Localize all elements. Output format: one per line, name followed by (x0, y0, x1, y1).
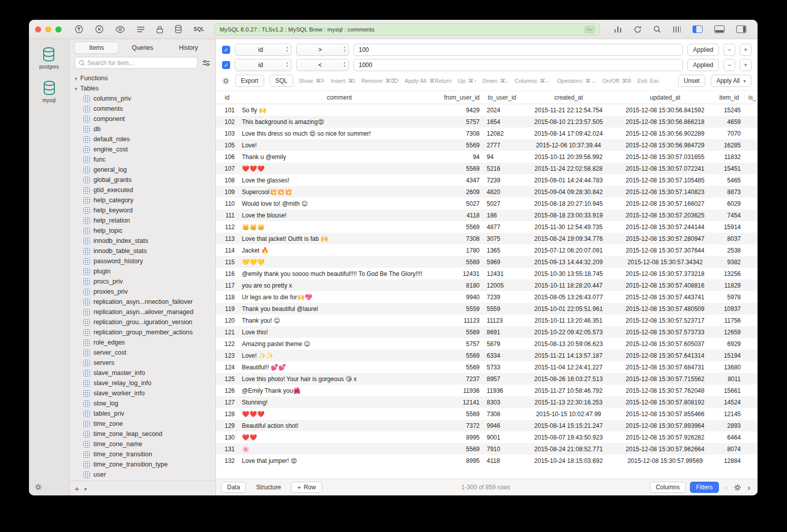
table-cell[interactable]: 4347 (440, 177, 483, 184)
table-cell[interactable]: 5733 (483, 364, 521, 371)
sidebar-table-item[interactable]: replication_asyn...nnection_failover (70, 297, 215, 307)
sidebar-table-item[interactable]: tables_priv (70, 409, 215, 419)
table-cell[interactable]: 5569 (440, 352, 483, 359)
table-cell[interactable]: 9946 (483, 422, 521, 429)
table-cell[interactable]: This background is amazing😍 (238, 118, 440, 126)
sidebar-table-item[interactable]: innodb_table_stats (70, 246, 215, 256)
table-cell[interactable]: 106 (216, 153, 238, 161)
tree-node-tables[interactable]: Tables (70, 83, 215, 93)
table-cell[interactable]: 127 (216, 399, 238, 406)
table-row[interactable]: 115💛💛💛556959692015-09-13 14:44:32.209201… (216, 256, 758, 268)
table-row[interactable]: 122Amazing pastel theme 😊575758792015-08… (216, 338, 758, 350)
table-cell[interactable]: 2015-08-18 20:27:10.945 (521, 200, 616, 207)
table-cell[interactable]: 2015-12-08 15:30:57.99569 (616, 457, 714, 464)
table-row[interactable]: 123Love! ✨✨556963342015-11-21 14:13:57.1… (216, 350, 758, 361)
column-header-from_user_id[interactable]: from_user_id (440, 94, 483, 101)
table-cell[interactable]: 5569 (440, 142, 483, 149)
table-cell[interactable]: 2015-12-08 15:30:57.605037 (616, 340, 714, 348)
columns-layout-icon[interactable] (673, 26, 681, 33)
table-cell[interactable]: 5559 (440, 305, 483, 312)
close-window-button[interactable] (35, 26, 41, 33)
table-cell[interactable]: 11829 (714, 282, 744, 289)
table-cell[interactable]: ❤️❤️ (238, 434, 440, 441)
apply-all-button[interactable]: Apply All (711, 75, 751, 87)
table-cell[interactable]: 119 (216, 305, 238, 312)
tab-items[interactable]: Items (75, 42, 118, 53)
table-cell[interactable]: 108 (216, 177, 238, 184)
table-cell[interactable]: 2015-10-11 18:28:20.447 (521, 282, 616, 289)
table-cell[interactable]: 9940 (440, 294, 483, 301)
table-cell[interactable]: 5465 (714, 177, 744, 184)
export-button[interactable]: Export (235, 75, 264, 87)
table-cell[interactable]: 10937 (714, 305, 744, 312)
table-cell[interactable]: 7237 (440, 375, 483, 383)
table-cell[interactable]: 2015-10-24 18:15:03.692 (521, 457, 616, 464)
table-cell[interactable]: 2015-12-08 15:30:57.34342 (616, 259, 714, 266)
sidebar-table-item[interactable]: role_edges (70, 337, 215, 348)
sidebar-table-item[interactable]: general_log (70, 165, 215, 175)
table-cell[interactable]: 11756 (714, 317, 744, 324)
table-cell[interactable]: 2015-12-06 10:37:39.44 (521, 142, 616, 149)
table-cell[interactable]: 129 (216, 422, 238, 429)
sidebar-table-item[interactable]: replication_grou...iguration_version (70, 317, 215, 327)
table-cell[interactable]: 8037 (714, 235, 744, 242)
table-cell[interactable]: 2015-12-08 15:30:57.926282 (616, 434, 714, 441)
table-row[interactable]: 105Love!556927772015-12-06 10:37:39.4420… (216, 139, 758, 151)
columns-button[interactable]: Columns (650, 482, 686, 493)
table-cell[interactable]: 122 (216, 340, 238, 348)
table-cell[interactable]: 101 (216, 107, 238, 114)
table-cell[interactable]: 2015-12-08 15:30:57.031655 (616, 153, 714, 161)
search-icon[interactable] (653, 25, 661, 33)
table-cell[interactable]: 2893 (714, 422, 744, 429)
table-cell[interactable]: 130 (216, 434, 238, 441)
sidebar-table-item[interactable]: replication_group_member_actions (70, 327, 215, 337)
filters-button[interactable]: Filters (690, 482, 719, 493)
table-cell[interactable]: 2538 (714, 247, 744, 254)
table-cell[interactable]: 120 (216, 317, 238, 324)
sidebar-table-item[interactable]: db (70, 124, 215, 134)
settings-gear-icon[interactable] (35, 483, 42, 491)
table-cell[interactable]: 2015-12-08 15:30:57.203625 (616, 212, 714, 219)
table-cell[interactable]: 2015-11-21 22:12:54.754 (521, 107, 616, 114)
table-cell[interactable]: 2015-12-08 15:30:56.984729 (616, 142, 714, 149)
next-page-icon[interactable]: › (745, 483, 752, 492)
table-cell[interactable]: 8180 (440, 282, 483, 289)
table-cell[interactable]: 2015-12-08 15:30:57.244144 (616, 224, 714, 231)
table-cell[interactable]: 12082 (483, 130, 521, 137)
table-cell[interactable]: 121 (216, 329, 238, 336)
table-cell[interactable]: 8957 (483, 375, 521, 383)
table-cell[interactable]: 2015-11-21 14:13:57.187 (521, 352, 616, 359)
table-row[interactable]: 111Love the blouse!41181862015-08-18 23:… (216, 209, 758, 221)
table-cell[interactable]: 11936 (483, 387, 521, 394)
table-row[interactable]: 106Thank u @emily94942015-10-11 20:39:56… (216, 151, 758, 163)
table-cell[interactable]: Beautiful action shot! (238, 422, 440, 429)
table-cell[interactable]: 8303 (483, 399, 521, 406)
table-cell[interactable]: 2015-10-11 20:39:56.992 (521, 153, 616, 161)
sidebar-table-item[interactable]: help_keyword (70, 205, 215, 215)
table-cell[interactable]: 13680 (714, 364, 744, 371)
table-cell[interactable]: 2015-12-08 15:30:57.105485 (616, 177, 714, 184)
table-cell[interactable]: 2015-08-24 19:09:34.776 (521, 235, 616, 242)
table-row[interactable]: 113Love that jacket! Outfit is fab 🙌7308… (216, 233, 758, 244)
table-cell[interactable]: 6029 (714, 200, 744, 207)
table-cell[interactable]: 2015-12-08 15:30:57.280947 (616, 235, 714, 242)
table-cell[interactable]: 2015-08-01 14:24:44.783 (521, 177, 616, 184)
filter-settings-gear-icon[interactable] (222, 77, 230, 85)
table-cell[interactable]: 7239 (483, 177, 521, 184)
table-row[interactable]: 125Love this photo! Your hair is gorgeou… (216, 373, 758, 385)
table-cell[interactable]: 116 (216, 270, 238, 277)
filter-value-input[interactable] (354, 59, 683, 71)
table-row[interactable]: 110Would love to! @mith 😊502750272015-08… (216, 198, 758, 209)
table-cell[interactable]: 114 (216, 247, 238, 254)
table-cell[interactable]: ❤️❤️❤️ (238, 411, 440, 418)
table-cell[interactable]: 5569 (440, 411, 483, 418)
table-cell[interactable]: 2015-12-08 15:30:57.166027 (616, 200, 714, 207)
table-cell[interactable]: 11832 (714, 153, 744, 161)
table-cell[interactable]: 2015-10-11 13:20:46.351 (521, 317, 616, 324)
table-cell[interactable]: 8873 (714, 189, 744, 196)
tree-node-functions[interactable]: Functions (70, 73, 215, 83)
table-cell[interactable]: 14524 (714, 399, 744, 406)
sidebar-table-item[interactable]: gtid_executed (70, 185, 215, 195)
table-row[interactable]: 108Love the glasses!434772392015-08-01 1… (216, 174, 758, 186)
database-icon[interactable] (175, 25, 182, 34)
